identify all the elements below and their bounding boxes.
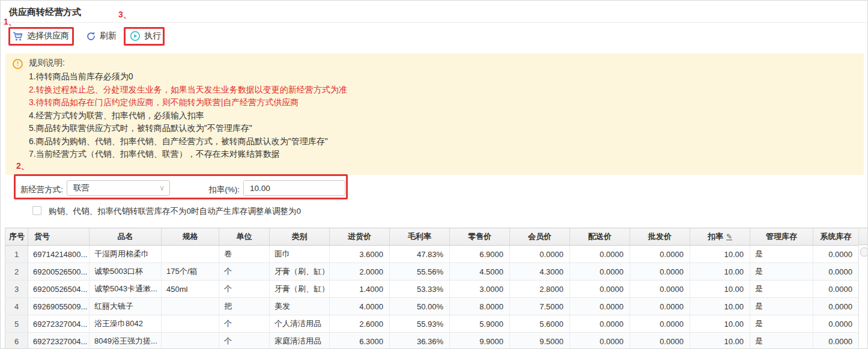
execute-label: 执行 [144,31,161,41]
table-cell: 50.00% [390,298,450,315]
table-cell: 10.00 [690,298,750,315]
scrollbar[interactable] [858,228,868,349]
table-cell: 2.0000 [330,263,390,281]
table-cell: 是 [750,333,813,349]
header-label: 批发价 [648,232,672,241]
select-supplier-label: 选择供应商 [27,31,69,41]
title-divider [1,22,867,23]
header-label: 规格 [183,232,198,241]
header-label: 扣率 [708,232,723,241]
table-cell: 是 [750,263,813,281]
header-label: 管理库存 [766,232,797,241]
rules-heading: 规则说明: [29,58,65,68]
table-cell: 69714214800... [28,246,90,263]
header-cell-1: 序号 [5,228,28,246]
rule-line: 4.经营方式转为联营、扣率代销，必须输入扣率 [29,109,347,123]
table-cell: 69272327004... [28,333,90,349]
table-row[interactable]: 269200526500...诚挚5003口杯175个/箱个牙膏（刷、缸）2.0… [5,263,859,281]
table-cell: 0.0000 [630,298,690,315]
table-cell: 10.00 [690,263,750,281]
table-cell: 53.33% [390,281,450,298]
table-cell: 4.0000 [330,298,390,315]
table-cell: 4.5000 [450,263,510,281]
rule-line: 6.商品转为购销、代销、扣率代销、自产经营方式，被转商品默认改为"管理库存" [29,135,347,148]
new-mode-selected-value: 联营 [67,183,90,192]
table-row[interactable]: 569272327004...浴王澡巾8042个个人清洁用品2.600055.9… [5,315,859,333]
table-cell: 69272327004... [28,315,90,333]
scrollbar-thumb[interactable] [860,247,868,256]
table-cell [162,315,219,333]
header-label: 会员价 [528,232,551,241]
rule-line: 5.商品转为联营供应方式时，被转商品默认改为"不管理库存" [29,122,347,135]
table-cell: 0.0000 [570,263,630,281]
table-header-row: 序号货号品名规格单位类别进货价毛利率零售价会员价配送价批发价扣率✎管理库存系统库… [5,228,859,246]
table-cell: 0.0000 [630,263,690,281]
table-cell [162,333,219,349]
refresh-label: 刷新 [100,31,117,41]
execute-button[interactable]: 执行 [130,31,161,41]
header-cell-15: 系统库存 [813,228,859,246]
table-cell: 1.4000 [330,281,390,298]
rules-list: 1.待转商品当前库存必须为02.转换过程禁止总、分处理发生业务，如果当天发生业务… [29,70,347,161]
table-cell: 3.6000 [330,246,390,263]
table-cell: 0.0000 [570,315,630,333]
table-cell: 个 [219,281,270,298]
select-supplier-button[interactable]: 选择供应商 [13,31,69,41]
table-cell: 2 [5,263,28,281]
header-label: 零售价 [468,232,491,241]
table-cell: 175个/箱 [162,263,219,281]
edit-icon[interactable]: ✎ [726,232,732,241]
table-cell: 个 [219,315,270,333]
header-cell-8: 毛利率 [390,228,450,246]
table-cell: 9.9000 [450,333,510,349]
refresh-button[interactable]: 刷新 [86,31,117,41]
rule-line: 7.当前经营方式（代销、扣率代销、联营），不存在未对账结算数据 [29,148,347,161]
table-cell: 0.0000 [813,315,859,333]
table-cell: 红丽大镜子 [90,298,162,315]
refresh-icon [86,31,96,41]
new-mode-select[interactable]: 联营 ∨ [67,180,170,196]
warning-icon: ! [13,59,23,69]
table-row[interactable]: 469269055009...红丽大镜子把美发4.000050.00%8.000… [5,298,859,315]
header-cell-3: 品名 [90,228,162,246]
rule-line: 2.转换过程禁止总、分处理发生业务，如果当天发生业务数据以变更的新经营方式为准 [29,83,347,97]
table-cell: 8049浴王强力搓... [90,333,162,349]
table-cell: 5.9000 [450,315,510,333]
table-cell: 家庭清洁用品 [270,333,330,349]
header-cell-14: 管理库存 [750,228,813,246]
table-cell: 个人清洁用品 [270,315,330,333]
table-row[interactable]: 169714214800...干湿两用棉柔巾卷面巾3.600047.83%6.9… [5,246,859,263]
rule-line: 3.待转商品如存在门店约定供应商，则不能转为联营|自产经营方式供应商 [29,96,347,109]
header-cell-7: 进货价 [330,228,390,246]
play-icon [130,31,141,41]
table-cell: 69200526504... [28,281,90,298]
table-row[interactable]: 369200526504...诚挚5043卡通漱...450ml个牙膏（刷、缸）… [5,281,859,298]
table-cell: 诚挚5043卡通漱... [90,281,162,298]
table-cell: 干湿两用棉柔巾 [90,246,162,263]
table-cell: 0.0000 [630,281,690,298]
table-row[interactable]: 669272327004...8049浴王强力搓...个家庭清洁用品6.3000… [5,333,859,349]
table-cell: 10.00 [690,315,750,333]
new-mode-label: 新经营方式: [17,184,63,195]
stock-adjust-checkbox[interactable] [32,206,41,215]
table-cell: 0.0000 [510,246,570,263]
table-cell: 2.6000 [330,315,390,333]
table-cell: 10.00 [690,333,750,349]
table-cell: 是 [750,298,813,315]
rate-input[interactable] [243,180,345,196]
cart-icon [13,31,23,41]
table-cell: 0.0000 [570,281,630,298]
table-cell [162,246,219,263]
table-cell: 47.83% [390,246,450,263]
header-label: 单位 [237,232,252,241]
header-label: 序号 [9,232,25,241]
table-cell: 0.0000 [813,246,859,263]
table-cell: 5.6000 [510,315,570,333]
table-cell: 6 [5,333,28,349]
table-cell: 4.3000 [510,263,570,281]
table-cell: 0.0000 [813,298,859,315]
table-cell: 牙膏（刷、缸） [270,263,330,281]
header-cell-12: 批发价 [630,228,690,246]
table-cell: 10.00 [690,281,750,298]
header-cell-11: 配送价 [570,228,630,246]
